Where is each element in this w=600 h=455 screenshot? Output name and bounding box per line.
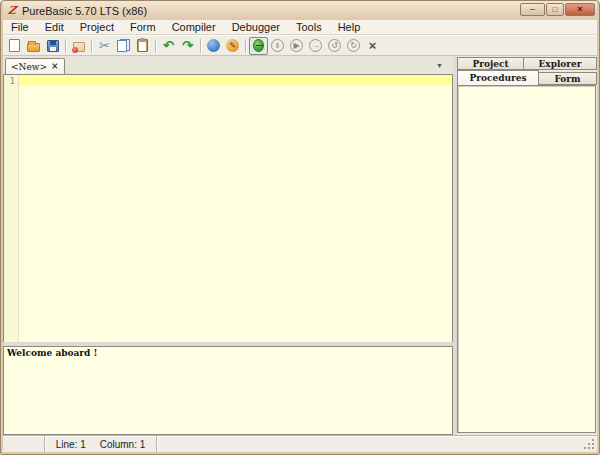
menu-help[interactable]: Help xyxy=(330,20,369,34)
cut-button[interactable]: ✂ xyxy=(95,37,114,55)
editor-tab-label: <New> xyxy=(11,62,47,72)
close-icon: × xyxy=(577,5,582,14)
tab-form-label: Form xyxy=(554,74,580,84)
run-button[interactable]: ▶ xyxy=(287,37,306,55)
step-over-button[interactable]: ↺ xyxy=(325,37,344,55)
debugger-toggle-button[interactable] xyxy=(249,37,268,55)
compile-run-icon xyxy=(207,39,220,52)
new-file-icon xyxy=(9,39,20,52)
side-panel: Project Explorer Procedures Form xyxy=(457,56,597,435)
menu-form[interactable]: Form xyxy=(122,20,164,34)
maximize-icon: □ xyxy=(553,5,558,14)
kill-program-button[interactable]: × xyxy=(363,37,382,55)
editor-tab-new[interactable]: <New> × xyxy=(5,58,65,74)
side-panel-bottom-tabs: Procedures Form xyxy=(457,70,597,85)
new-file-button[interactable] xyxy=(5,37,24,55)
menu-bar: File Edit Project Form Compiler Debugger… xyxy=(3,20,597,35)
compile-options-icon: ✎ xyxy=(226,39,239,52)
line-number: 1 xyxy=(10,76,15,86)
menu-edit[interactable]: Edit xyxy=(37,20,72,34)
tab-form[interactable]: Form xyxy=(539,72,597,85)
step-over-icon: ↺ xyxy=(328,39,341,52)
tab-explorer-label: Explorer xyxy=(538,59,581,69)
play-icon: ▶ xyxy=(290,39,303,52)
title-bar[interactable]: Z PureBasic 5.70 LTS (x86) – □ × xyxy=(3,1,597,20)
menu-file[interactable]: File xyxy=(3,20,37,34)
close-file-icon xyxy=(73,42,85,52)
procedures-list[interactable] xyxy=(457,85,596,433)
toolbar-separator xyxy=(245,39,246,53)
paste-button[interactable] xyxy=(133,37,152,55)
code-editor[interactable]: 1 xyxy=(3,74,453,342)
menu-tools[interactable]: Tools xyxy=(288,20,330,34)
menu-debugger[interactable]: Debugger xyxy=(224,20,288,34)
status-segment-message xyxy=(157,436,597,452)
copy-button[interactable] xyxy=(114,37,133,55)
editor-tab-bar: <New> × ▼ xyxy=(3,56,453,74)
undo-arrow-icon: ↶ xyxy=(163,39,174,52)
tab-project[interactable]: Project xyxy=(457,57,524,70)
log-message: Welcome aboard ! xyxy=(7,348,97,358)
tab-explorer[interactable]: Explorer xyxy=(524,57,597,70)
step-button[interactable]: → xyxy=(306,37,325,55)
tab-close-icon[interactable]: × xyxy=(51,62,59,71)
scissors-icon: ✂ xyxy=(99,39,110,52)
status-column: Column: 1 xyxy=(100,439,146,450)
minimize-icon: – xyxy=(530,5,535,14)
current-line-highlight xyxy=(19,75,452,86)
save-file-button[interactable] xyxy=(43,37,62,55)
toolbar-separator xyxy=(155,39,156,53)
toolbar-separator xyxy=(65,39,66,53)
step-out-icon: ↻ xyxy=(347,39,360,52)
window-title: PureBasic 5.70 LTS (x86) xyxy=(22,5,147,17)
menu-project[interactable]: Project xyxy=(72,20,122,34)
floppy-disk-icon xyxy=(47,40,59,52)
debugger-bug-icon xyxy=(253,39,264,52)
compile-with-options-button[interactable]: ✎ xyxy=(223,37,242,55)
resize-grip[interactable] xyxy=(583,438,597,452)
status-line: Line: 1 xyxy=(56,439,86,450)
step-out-button[interactable]: ↻ xyxy=(344,37,363,55)
minimize-button[interactable]: – xyxy=(520,3,545,16)
window-controls: – □ × xyxy=(519,1,595,20)
tab-procedures[interactable]: Procedures xyxy=(457,70,539,85)
toolbar: ✂ ↶ ↷ ✎ ‖ ▶ → ↺ ↻ × xyxy=(3,35,597,56)
step-arrow-icon: → xyxy=(309,39,322,52)
pause-icon: ‖ xyxy=(271,39,284,52)
tab-list-dropdown-icon[interactable]: ▼ xyxy=(436,62,443,69)
kill-x-icon: × xyxy=(369,39,377,52)
line-number-gutter: 1 xyxy=(4,75,19,342)
tab-procedures-label: Procedures xyxy=(469,73,526,83)
redo-button[interactable]: ↷ xyxy=(178,37,197,55)
open-file-button[interactable] xyxy=(24,37,43,55)
status-segment-cursor: Line: 1 Column: 1 xyxy=(45,436,157,452)
maximize-button[interactable]: □ xyxy=(546,3,564,16)
app-icon: Z xyxy=(4,4,20,17)
compile-run-button[interactable] xyxy=(204,37,223,55)
menu-compiler[interactable]: Compiler xyxy=(164,20,224,34)
editor-column: <New> × ▼ 1 Welcome aboard ! xyxy=(3,56,453,435)
toolbar-separator xyxy=(91,39,92,53)
side-panel-top-tabs: Project Explorer xyxy=(457,56,597,70)
purebasic-window: Z PureBasic 5.70 LTS (x86) – □ × File Ed… xyxy=(0,0,600,455)
tab-project-label: Project xyxy=(472,59,508,69)
clipboard-icon xyxy=(137,39,148,52)
copy-pages-icon xyxy=(117,39,130,52)
redo-arrow-icon: ↷ xyxy=(182,39,193,52)
close-button[interactable]: × xyxy=(565,3,595,16)
undo-button[interactable]: ↶ xyxy=(159,37,178,55)
toolbar-separator xyxy=(200,39,201,53)
status-bar: Line: 1 Column: 1 xyxy=(3,435,597,452)
pause-button[interactable]: ‖ xyxy=(268,37,287,55)
log-panel: Welcome aboard ! xyxy=(3,346,453,435)
code-area[interactable] xyxy=(19,75,452,342)
status-segment-empty xyxy=(3,436,45,452)
main-area: <New> × ▼ 1 Welcome aboard ! Pr xyxy=(3,56,597,435)
open-folder-icon xyxy=(27,43,40,52)
close-file-button[interactable] xyxy=(69,37,88,55)
